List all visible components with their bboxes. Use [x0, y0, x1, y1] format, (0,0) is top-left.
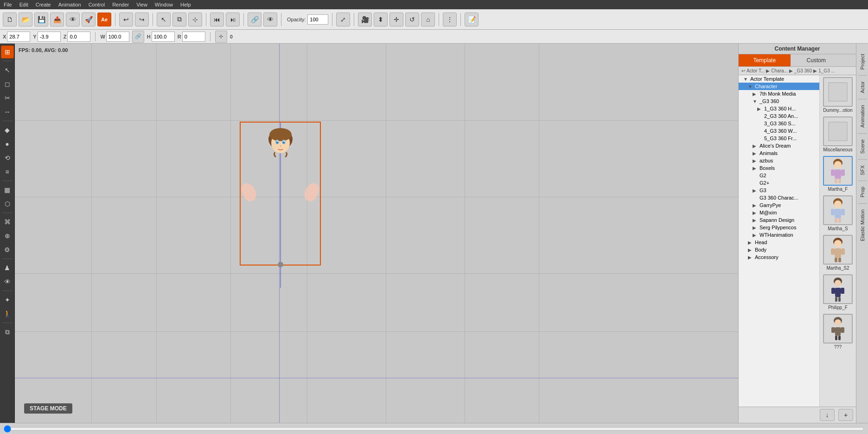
r-input[interactable] — [182, 32, 205, 42]
tool-piece[interactable]: ♟ — [1, 261, 14, 274]
preview-misc[interactable]: Miscellaneous — [822, 117, 854, 152]
undo-button[interactable]: ↩ — [119, 13, 133, 26]
script-button[interactable]: 📝 — [465, 13, 479, 26]
timeline-button[interactable]: ⋮ — [443, 13, 457, 26]
tree-wth[interactable]: ▶WTHanimation — [739, 231, 819, 239]
tab-elastic-motion[interactable]: Elastic Motion — [857, 204, 868, 246]
open-button[interactable]: 📂 — [19, 13, 32, 26]
copy-button[interactable]: ⧉ — [172, 13, 186, 26]
tree-serg[interactable]: ▶Serg Pilypencos — [739, 224, 819, 231]
preview-philipp-f[interactable]: Philipp_F — [822, 274, 854, 310]
anchor-button[interactable]: ⊹ — [215, 31, 227, 43]
publish-button[interactable]: 🚀 — [82, 13, 96, 26]
tree-5-g3-360fr[interactable]: ▶5_G3 360 Fr... — [739, 135, 819, 142]
y-input[interactable] — [38, 32, 61, 42]
save-button[interactable]: 💾 — [34, 13, 48, 26]
camera-button[interactable]: 🎥 — [358, 13, 372, 26]
cm-add-button[interactable]: + — [838, 409, 853, 421]
tree-actor-template[interactable]: ▼Actor Template — [739, 75, 819, 83]
tab-custom[interactable]: Custom — [791, 54, 842, 66]
z-input[interactable] — [67, 32, 90, 42]
tree-1-g3-360h[interactable]: ▶1_G3 360 H... — [739, 105, 819, 112]
lock-ratio-button[interactable]: 🔗 — [132, 31, 144, 43]
tree-g3[interactable]: ▶G3 — [739, 187, 819, 194]
menu-item-render[interactable]: Render — [112, 2, 129, 7]
tool-arrow[interactable]: ↖ — [1, 64, 14, 77]
tree-g3-360[interactable]: ▼_G3 360 — [739, 97, 819, 105]
stop-button[interactable]: ⏯ — [226, 13, 240, 26]
menu-item-file[interactable]: File — [4, 2, 12, 7]
tool-select[interactable]: ⊞ — [1, 45, 14, 58]
tab-prop[interactable]: Prop — [857, 181, 868, 203]
breadcrumb-item-1[interactable]: Actor T... — [747, 68, 765, 73]
transform2-button[interactable]: ⤢ — [336, 13, 350, 26]
tab-scene[interactable]: Scene — [857, 134, 868, 159]
tree-head[interactable]: ▶Head — [739, 239, 819, 246]
export-button[interactable]: 📤 — [50, 13, 64, 26]
x-input[interactable] — [7, 32, 30, 42]
tree-alice[interactable]: ▶Alice's Dream — [739, 142, 819, 149]
tree-4-g3-360w[interactable]: ▶4_G3 360 W... — [739, 127, 819, 135]
new-button[interactable]: 🗋 — [3, 13, 17, 26]
preview-martha-s[interactable]: Martha_S — [822, 195, 854, 231]
tool-star[interactable]: ✦ — [1, 293, 14, 306]
preview-button[interactable]: 👁 — [66, 13, 80, 26]
canvas-area[interactable]: FPS: 0.00, AVG: 0.00 — [15, 44, 738, 423]
redo-button[interactable]: ↪ — [135, 13, 149, 26]
ae-button[interactable]: Ae — [97, 13, 111, 26]
breadcrumb-item-2[interactable]: Chara... — [771, 68, 788, 73]
preview-dummy[interactable]: Dummy...otion — [822, 77, 854, 113]
play-button[interactable]: ⏮ — [210, 13, 224, 26]
tree-g2plus[interactable]: ▶G2+ — [739, 179, 819, 187]
breadcrumb-item-3[interactable]: _G3 360 — [794, 68, 812, 73]
tool-grid[interactable]: ▦ — [1, 183, 14, 196]
tree-maxim[interactable]: ▶M@xim — [739, 209, 819, 216]
tab-animation[interactable]: Animation — [857, 99, 868, 133]
menu-item-view[interactable]: View — [136, 2, 147, 7]
tab-actor[interactable]: Actor — [857, 76, 868, 99]
breadcrumb-item-4[interactable]: 1_G3 ... — [818, 68, 835, 73]
select-button[interactable]: ↖ — [157, 13, 171, 26]
link-button[interactable]: 🔗 — [248, 13, 262, 26]
cm-download-button[interactable]: ↓ — [820, 409, 835, 421]
tool-gear[interactable]: ⚙ — [1, 243, 14, 256]
h-input[interactable] — [152, 32, 175, 42]
preview-martha-s2[interactable]: Martha_S2 — [822, 235, 854, 271]
tool-cmd[interactable]: ⌘ — [1, 215, 14, 228]
tree-g3-360-char[interactable]: ▶G3 360 Charac... — [739, 194, 819, 201]
tree-animals[interactable]: ▶Animals — [739, 149, 819, 157]
tab-project[interactable]: Project — [857, 48, 868, 75]
opacity-input[interactable] — [307, 14, 328, 25]
tool-person[interactable]: 🚶 — [1, 307, 14, 320]
menu-item-help[interactable]: Help — [180, 2, 191, 7]
tool-circle[interactable]: ● — [1, 137, 14, 150]
character-box[interactable] — [240, 122, 321, 266]
transform-button[interactable]: ⊹ — [188, 13, 202, 26]
tool-resize[interactable]: ↔ — [1, 105, 14, 118]
tool-box[interactable]: ◻ — [1, 78, 14, 91]
menu-item-edit[interactable]: Edit — [19, 2, 28, 7]
menu-item-window[interactable]: Window — [155, 2, 173, 7]
tool-rotate[interactable]: ⟲ — [1, 151, 14, 164]
menu-item-create[interactable]: Create — [36, 2, 51, 7]
move2-button[interactable]: ✛ — [389, 13, 403, 26]
rotate-button[interactable]: ↺ — [405, 13, 419, 26]
tool-add[interactable]: ⊕ — [1, 229, 14, 242]
tree-body[interactable]: ▶Body — [739, 246, 819, 253]
preview-martha-f[interactable]: Martha_F — [822, 156, 854, 192]
menu-item-animation[interactable]: Animation — [58, 2, 81, 7]
mask-button[interactable]: 👁 — [263, 13, 277, 26]
tree-accessory[interactable]: ▶Accessory — [739, 253, 819, 261]
home-button[interactable]: ⌂ — [421, 13, 435, 26]
breadcrumb-back[interactable]: ↩ — [741, 68, 745, 73]
tree-azbus[interactable]: ▶azbus — [739, 157, 819, 164]
tree-character[interactable]: ▼Character — [739, 83, 819, 90]
tool-cut[interactable]: ✂ — [1, 91, 14, 104]
preview-unknown[interactable]: ??? — [822, 314, 854, 350]
w-input[interactable] — [106, 32, 129, 42]
tree-garrypye[interactable]: ▶GarryPye — [739, 201, 819, 209]
tool-list[interactable]: ≡ — [1, 165, 14, 178]
tool-diamond[interactable]: ◆ — [1, 123, 14, 136]
menu-item-control[interactable]: Control — [89, 2, 105, 7]
tool-layers[interactable]: ⧉ — [1, 325, 14, 338]
